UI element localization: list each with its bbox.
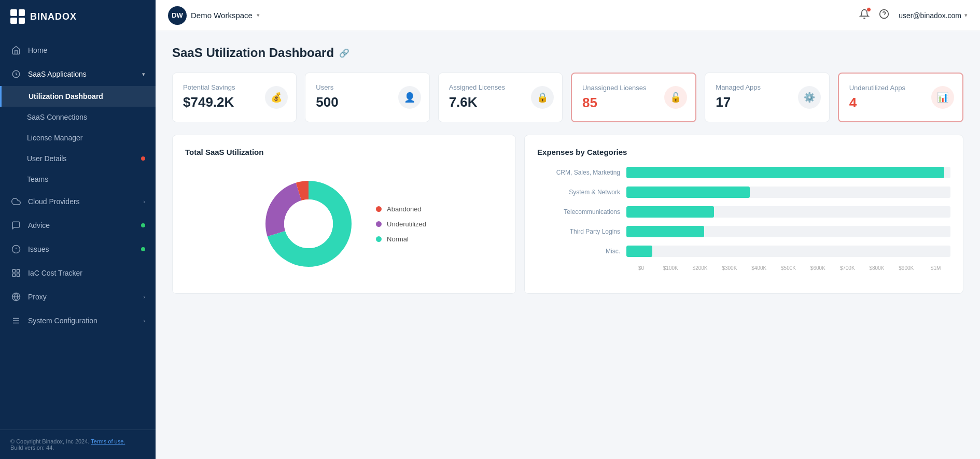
bar-label: CRM, Sales, Marketing bbox=[537, 169, 620, 176]
logo-text: BINADOX bbox=[30, 11, 77, 22]
bar-row: Third Party Logins bbox=[537, 226, 950, 237]
bar-label: Misc. bbox=[537, 248, 620, 255]
x-axis: $0$100K$200K$300K$400K$500K$600K$700K$80… bbox=[626, 265, 950, 271]
sidebar-item-cloud-providers[interactable]: Cloud Providers › bbox=[0, 190, 156, 213]
advice-dot bbox=[141, 223, 145, 227]
bar-row: CRM, Sales, Marketing bbox=[537, 167, 950, 178]
user-menu[interactable]: user@binadox.com ▾ bbox=[899, 11, 968, 20]
bar-fill bbox=[626, 246, 652, 257]
sidebar-label-teams: Teams bbox=[27, 175, 48, 183]
legend-underutilized: Underutilized bbox=[376, 220, 426, 228]
metric-card-unassigned-licenses[interactable]: Unassigned Licenses 85 🔓 bbox=[571, 73, 696, 122]
sidebar-item-teams[interactable]: Teams bbox=[0, 169, 156, 190]
sidebar-item-advice[interactable]: Advice bbox=[0, 213, 156, 237]
main-content: DW Demo Workspace ▾ user@binadox.com ▾ S… bbox=[156, 0, 980, 459]
bar-track bbox=[626, 226, 950, 237]
bar-track bbox=[626, 246, 950, 257]
x-tick: $200K bbox=[685, 265, 715, 271]
build-version: Build version: 44. bbox=[10, 444, 54, 451]
cloud-chevron-icon: › bbox=[143, 198, 145, 205]
workspace-chevron-icon: ▾ bbox=[257, 12, 260, 19]
legend-abandoned-label: Abandoned bbox=[387, 205, 422, 213]
bar-label: Telecommunications bbox=[537, 208, 620, 216]
notifications-button[interactable] bbox=[859, 9, 870, 22]
sidebar-item-saas-connections[interactable]: SaaS Connections bbox=[0, 107, 156, 127]
bar-fill bbox=[626, 226, 704, 237]
user-details-dot bbox=[141, 156, 145, 161]
logo-area: BINADOX bbox=[0, 0, 156, 33]
link-icon[interactable]: 🔗 bbox=[339, 48, 349, 58]
sidebar-item-system-configuration[interactable]: System Configuration › bbox=[0, 309, 156, 333]
metric-icon-managed-apps: ⚙️ bbox=[798, 86, 821, 109]
sidebar-item-iac[interactable]: IaC Cost Tracker bbox=[0, 261, 156, 285]
system-chevron-icon: › bbox=[143, 318, 145, 324]
x-tick: $1M bbox=[921, 265, 950, 271]
donut-svg bbox=[262, 177, 355, 270]
metric-card-users[interactable]: Users 500 👤 bbox=[305, 73, 429, 122]
svg-rect-6 bbox=[12, 274, 15, 277]
help-button[interactable] bbox=[879, 9, 889, 22]
issues-icon bbox=[10, 243, 22, 255]
x-tick: $400K bbox=[744, 265, 774, 271]
saas-icon bbox=[10, 68, 22, 80]
metric-card-assigned-licenses[interactable]: Assigned Licenses 7.6K 🔒 bbox=[438, 73, 563, 122]
bar-chart-title: Expenses by Categories bbox=[537, 148, 950, 156]
svg-point-18 bbox=[284, 199, 333, 248]
sidebar-label-utilization: Utilization Dashboard bbox=[29, 92, 103, 101]
donut-chart-title: Total SaaS Utilization bbox=[185, 148, 503, 156]
metric-card-managed-apps[interactable]: Managed Apps 17 ⚙️ bbox=[705, 73, 829, 122]
x-tick: $100K bbox=[656, 265, 685, 271]
sidebar-label-cloud: Cloud Providers bbox=[28, 197, 80, 206]
workspace-avatar: DW bbox=[168, 6, 187, 25]
sidebar-label-license-manager: License Manager bbox=[27, 134, 82, 142]
abandoned-dot bbox=[376, 206, 382, 212]
home-icon bbox=[10, 45, 22, 56]
topbar-right: user@binadox.com ▾ bbox=[859, 9, 968, 22]
sidebar-item-license-manager[interactable]: License Manager bbox=[0, 127, 156, 148]
terms-link[interactable]: Terms of use. bbox=[91, 438, 125, 444]
copyright-text: © Copyright Binadox, Inc 2024. bbox=[10, 438, 89, 444]
x-tick: $0 bbox=[626, 265, 656, 271]
logo-icon bbox=[10, 9, 25, 24]
sidebar-item-issues[interactable]: Issues bbox=[0, 237, 156, 261]
bar-fill bbox=[626, 187, 749, 198]
sidebar-item-proxy[interactable]: Proxy › bbox=[0, 285, 156, 309]
sidebar-nav: Home SaaS Applications ▾ Utilization Das… bbox=[0, 33, 156, 429]
sidebar-item-home[interactable]: Home bbox=[0, 38, 156, 62]
metric-icon-potential-savings: 💰 bbox=[265, 86, 288, 109]
bar-row: Telecommunications bbox=[537, 206, 950, 218]
workspace-selector[interactable]: DW Demo Workspace ▾ bbox=[168, 6, 260, 25]
bar-track bbox=[626, 167, 950, 178]
donut-legend: Abandoned Underutilized Normal bbox=[376, 205, 426, 243]
sidebar-label-proxy: Proxy bbox=[28, 293, 47, 301]
bar-label: Third Party Logins bbox=[537, 228, 620, 235]
sidebar-footer: © Copyright Binadox, Inc 2024. Terms of … bbox=[0, 429, 156, 459]
metric-icon-underutilized-apps: 📊 bbox=[931, 86, 954, 109]
svg-rect-4 bbox=[12, 269, 15, 272]
sidebar-item-user-details[interactable]: User Details bbox=[0, 148, 156, 169]
x-tick: $900K bbox=[891, 265, 921, 271]
underutilized-dot bbox=[376, 221, 382, 227]
sidebar-label-advice: Advice bbox=[28, 221, 50, 229]
metric-card-potential-savings[interactable]: Potential Savings $749.2K 💰 bbox=[172, 73, 297, 122]
metric-cards: Potential Savings $749.2K 💰 Users 500 👤 … bbox=[172, 73, 963, 122]
advice-icon bbox=[10, 220, 22, 231]
legend-underutilized-label: Underutilized bbox=[387, 220, 426, 228]
sidebar-item-saas-applications[interactable]: SaaS Applications ▾ bbox=[0, 62, 156, 86]
metric-icon-assigned-licenses: 🔒 bbox=[531, 86, 554, 109]
charts-row: Total SaaS Utilization Ab bbox=[172, 135, 963, 294]
bar-chart-wrapper: CRM, Sales, Marketing System & Network T… bbox=[537, 167, 950, 271]
bar-chart-card: Expenses by Categories CRM, Sales, Marke… bbox=[524, 135, 963, 294]
issues-dot bbox=[141, 247, 145, 251]
bar-track bbox=[626, 206, 950, 218]
legend-normal-label: Normal bbox=[387, 235, 409, 243]
legend-normal: Normal bbox=[376, 235, 426, 243]
x-tick: $700K bbox=[833, 265, 862, 271]
sidebar-item-utilization-dashboard[interactable]: Utilization Dashboard bbox=[0, 86, 156, 107]
x-tick: $600K bbox=[803, 265, 833, 271]
chevron-down-icon: ▾ bbox=[142, 71, 145, 78]
sidebar-label-saas: SaaS Applications bbox=[28, 70, 87, 78]
proxy-icon bbox=[10, 291, 22, 303]
metric-card-underutilized-apps[interactable]: Underutilized Apps 4 📊 bbox=[838, 73, 963, 122]
bar-fill bbox=[626, 167, 944, 178]
